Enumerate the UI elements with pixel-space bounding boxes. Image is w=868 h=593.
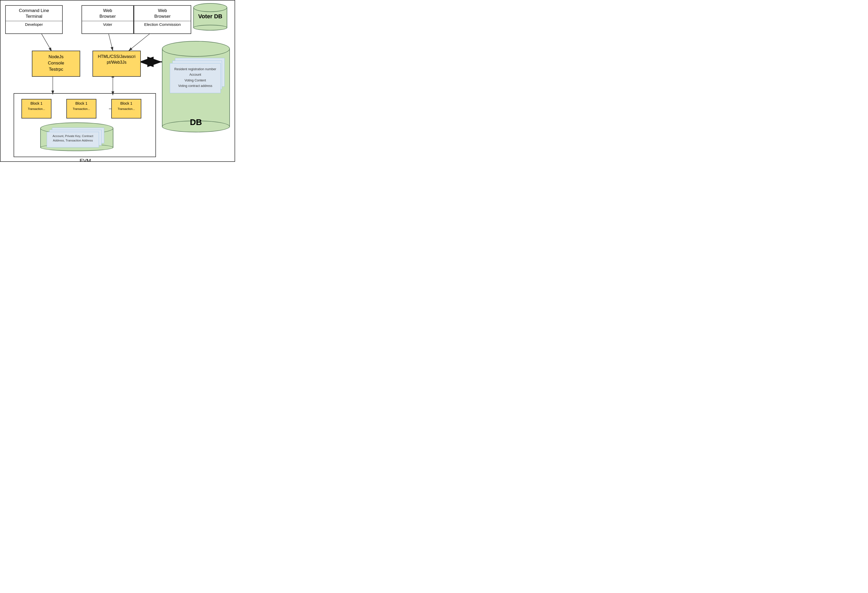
block1-a-label: Block 1Transaction... <box>22 99 51 113</box>
block1-a-box: Block 1Transaction... <box>21 99 52 119</box>
voter-db-cylinder: Voter DB <box>193 3 227 31</box>
nodejs-box: NodeJsConsoleTestrpc <box>32 51 80 77</box>
web-browser-voter-title: WebBrowser <box>82 6 133 19</box>
block1-c-label: Block 1Transaction... <box>112 99 141 113</box>
voter-db-label: Voter DB <box>193 13 227 20</box>
web-browser-election-title: WebBrowser <box>134 6 191 19</box>
main-db-label: DB <box>162 118 230 127</box>
web-browser-voter-box: WebBrowser Voter <box>81 5 134 34</box>
diagram-container: Command Line Terminal Developer WebBrows… <box>0 0 235 162</box>
web-browser-voter-subtitle: Voter <box>82 21 133 26</box>
db-card-text: Resident registration numberAccountVotin… <box>170 63 220 92</box>
web-browser-election-box: WebBrowser Election Commission <box>134 5 191 34</box>
command-line-terminal-box: Command Line Terminal Developer <box>5 5 63 34</box>
web-browser-election-subtitle: Election Commission <box>134 21 191 26</box>
html-css-box: HTML/CSS/Javascript/Web3Js <box>93 51 141 77</box>
command-line-subtitle: Developer <box>6 21 62 26</box>
block1-b-label: Block 1Transaction... <box>67 99 96 113</box>
block1-b-box: Block 1Transaction... <box>66 99 96 119</box>
html-css-label: HTML/CSS/Javascript/Web3Js <box>93 51 140 68</box>
main-db-cylinder: Resident registration numberAccountVotin… <box>162 41 230 132</box>
evm-label: EVM <box>14 158 156 162</box>
evm-card-1: Account, Private Key, ContractAddress, T… <box>47 132 99 147</box>
db-card-1: Resident registration numberAccountVotin… <box>170 63 221 93</box>
nodejs-label: NodeJsConsoleTestrpc <box>32 51 80 75</box>
block1-c-box: Block 1Transaction... <box>111 99 141 119</box>
evm-inner-cylinder: Account, Private Key, ContractAddress, T… <box>40 122 114 151</box>
evm-container: Block 1Transaction... Block 1Transaction… <box>13 93 156 157</box>
command-line-title: Command Line Terminal <box>6 6 62 19</box>
evm-card-text: Account, Private Key, ContractAddress, T… <box>47 132 99 145</box>
